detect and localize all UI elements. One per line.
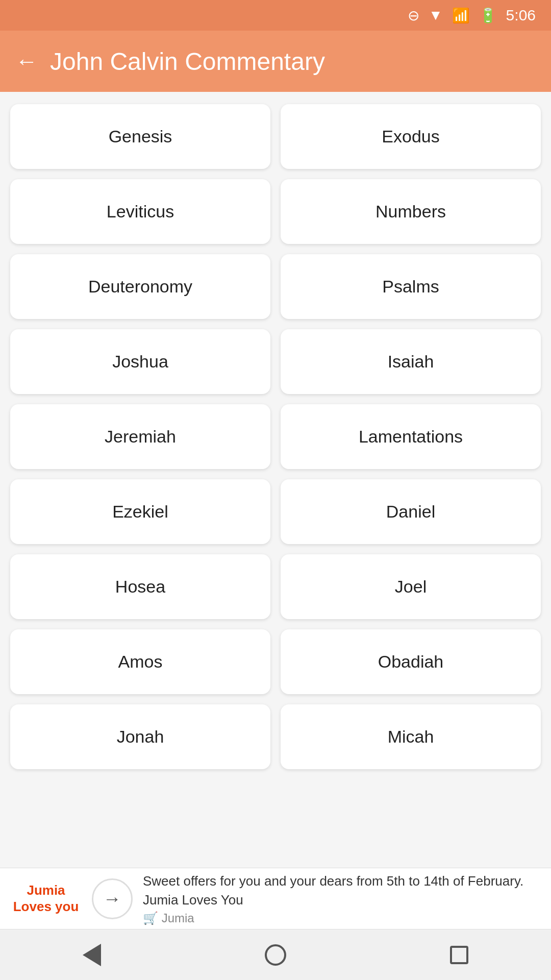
battery-icon: 🔋 xyxy=(479,7,497,24)
main-content: GenesisExodusLeviticusNumbersDeuteronomy… xyxy=(0,92,551,868)
book-btn-deuteronomy[interactable]: Deuteronomy xyxy=(10,254,270,319)
ad-logo-line1: Jumia xyxy=(27,883,65,898)
book-btn-exodus[interactable]: Exodus xyxy=(281,104,541,169)
back-triangle-icon xyxy=(83,944,101,966)
ad-main-text: Sweet offers for you and your dears from… xyxy=(143,872,541,909)
signal-icon: 📶 xyxy=(452,7,470,24)
home-circle-icon xyxy=(265,944,286,966)
ad-arrow-icon[interactable]: → xyxy=(92,878,133,919)
book-btn-joshua[interactable]: Joshua xyxy=(10,329,270,394)
ad-logo: Jumia Loves you xyxy=(10,883,82,914)
wifi-icon: ▼ xyxy=(429,7,443,23)
nav-back-button[interactable] xyxy=(66,940,117,970)
book-btn-amos[interactable]: Amos xyxy=(10,629,270,694)
app-header: ← John Calvin Commentary xyxy=(0,31,551,92)
book-btn-numbers[interactable]: Numbers xyxy=(281,179,541,244)
book-btn-genesis[interactable]: Genesis xyxy=(10,104,270,169)
book-btn-isaiah[interactable]: Isaiah xyxy=(281,329,541,394)
book-btn-joel[interactable]: Joel xyxy=(281,554,541,619)
ad-banner: Jumia Loves you → Sweet offers for you a… xyxy=(0,868,551,929)
bottom-nav xyxy=(0,929,551,980)
status-bar: ⊖ ▼ 📶 🔋 5:06 xyxy=(0,0,551,31)
recents-square-icon xyxy=(450,946,468,964)
back-button[interactable]: ← xyxy=(15,50,38,72)
book-btn-ezekiel[interactable]: Ezekiel xyxy=(10,479,270,544)
book-btn-obadiah[interactable]: Obadiah xyxy=(281,629,541,694)
ad-sub-text: 🛒 Jumia xyxy=(143,911,541,925)
ad-logo-line2: Loves you xyxy=(13,899,79,915)
ad-text-area: Sweet offers for you and your dears from… xyxy=(143,872,541,925)
nav-recents-button[interactable] xyxy=(434,940,485,970)
book-btn-hosea[interactable]: Hosea xyxy=(10,554,270,619)
nav-home-button[interactable] xyxy=(250,940,301,970)
book-btn-micah[interactable]: Micah xyxy=(281,704,541,769)
books-grid: GenesisExodusLeviticusNumbersDeuteronomy… xyxy=(10,104,541,769)
book-btn-daniel[interactable]: Daniel xyxy=(281,479,541,544)
book-btn-jonah[interactable]: Jonah xyxy=(10,704,270,769)
book-btn-jeremiah[interactable]: Jeremiah xyxy=(10,404,270,469)
page-title: John Calvin Commentary xyxy=(50,47,325,76)
notification-icon: ⊖ xyxy=(408,7,419,24)
book-btn-psalms[interactable]: Psalms xyxy=(281,254,541,319)
status-time: 5:06 xyxy=(506,7,536,24)
book-btn-leviticus[interactable]: Leviticus xyxy=(10,179,270,244)
book-btn-lamentations[interactable]: Lamentations xyxy=(281,404,541,469)
